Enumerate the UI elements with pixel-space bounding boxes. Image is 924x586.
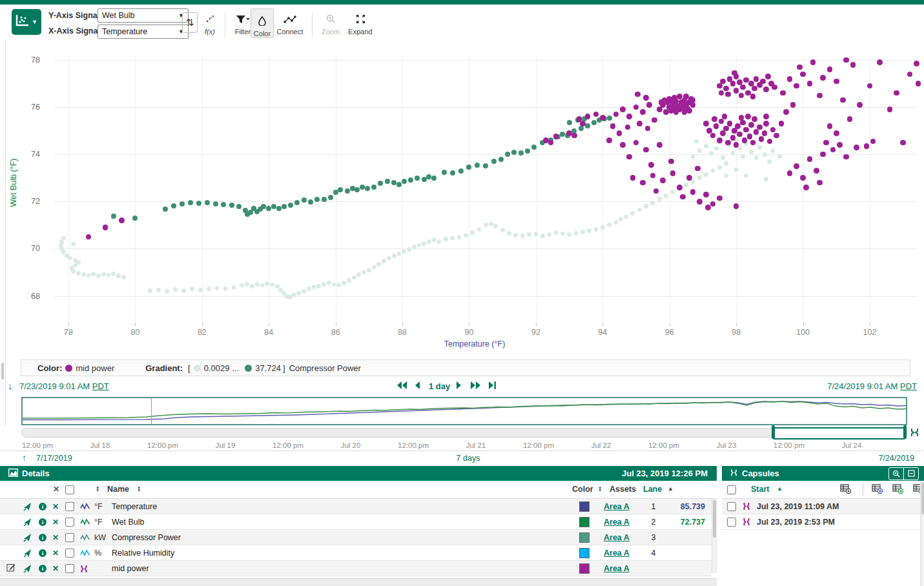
scatter-point[interactable] [640, 109, 646, 115]
scatter-point[interactable] [198, 288, 203, 292]
left-resize-gutter[interactable] [0, 40, 6, 426]
scatter-point[interactable] [717, 137, 723, 143]
capsules-scrollbar[interactable] [920, 481, 924, 586]
scatter-point[interactable] [580, 121, 586, 126]
scatter-point[interactable] [747, 134, 753, 139]
info-icon[interactable]: i [39, 503, 46, 510]
scatter-point[interactable] [757, 145, 762, 150]
scatter-point[interactable] [396, 182, 402, 187]
scatter-point[interactable] [507, 231, 511, 236]
scatter-point[interactable] [734, 88, 739, 94]
scatter-point[interactable] [803, 185, 809, 190]
scatter-point[interactable] [780, 90, 786, 96]
scatter-point[interactable] [645, 126, 651, 132]
scatter-point[interactable] [709, 151, 714, 156]
scatter-point[interactable] [215, 286, 220, 290]
range-end[interactable]: 7/24/2019 9:01 AM PDT [827, 381, 917, 391]
scatter-point[interactable] [843, 57, 849, 63]
scatter-point[interactable] [763, 86, 769, 92]
scatter-point[interactable] [288, 203, 293, 208]
expand-button[interactable]: Expand [346, 10, 375, 35]
rocket-icon[interactable] [23, 518, 32, 529]
scatter-point[interactable] [336, 283, 341, 288]
scatter-point[interactable] [735, 123, 741, 129]
scatter-point[interactable] [867, 83, 873, 89]
scatter-point[interactable] [260, 283, 265, 288]
scatter-point[interactable] [86, 234, 92, 240]
scatter-point[interactable] [600, 115, 606, 121]
scatter-point[interactable] [190, 287, 194, 291]
scatter-point[interactable] [877, 59, 883, 65]
scatter-point[interactable] [742, 137, 748, 143]
scatter-point[interactable] [571, 133, 577, 139]
capsules-zoom-button[interactable] [889, 468, 904, 480]
scatter-point[interactable] [677, 94, 683, 99]
selection-right-handle[interactable] [903, 425, 907, 439]
scatter-point[interactable] [767, 139, 773, 145]
scatter-point[interactable] [691, 154, 695, 159]
scatter-point[interactable] [777, 154, 782, 159]
scatter-point[interactable] [887, 106, 893, 112]
scatter-point[interactable] [415, 176, 420, 181]
scatter-point[interactable] [737, 132, 743, 137]
scatter-point[interactable] [427, 239, 431, 244]
scatter-point[interactable] [643, 95, 649, 101]
scatter-point[interactable] [668, 97, 674, 103]
scatter-point[interactable] [417, 243, 422, 248]
scatter-point[interactable] [554, 230, 559, 235]
scatter-point[interactable] [221, 202, 226, 207]
timebar-selection[interactable] [773, 427, 905, 440]
scatter-point[interactable] [483, 163, 488, 168]
scatter-point[interactable] [580, 230, 585, 234]
scatter-point[interactable] [752, 116, 757, 122]
scatter-point[interactable] [653, 188, 659, 194]
scatter-point[interactable] [830, 147, 836, 153]
sort-ascending-icon[interactable]: ▲ [777, 485, 783, 492]
scatter-point[interactable] [650, 201, 655, 205]
scatter-point[interactable] [307, 287, 311, 291]
column-lane[interactable]: Lane [643, 485, 662, 494]
scatter-point[interactable] [229, 203, 234, 208]
scatter-point[interactable] [748, 122, 754, 128]
scatter-point[interactable] [850, 62, 856, 68]
scatter-point[interactable] [619, 217, 623, 221]
scatter-point[interactable] [640, 180, 646, 186]
scatter-point[interactable] [626, 154, 632, 160]
scatter-point[interactable] [232, 285, 236, 290]
asset-link[interactable]: Area A [604, 533, 630, 542]
scatter-point[interactable] [810, 59, 816, 65]
scatter-point[interactable] [365, 186, 370, 191]
scatter-point[interactable] [620, 142, 626, 148]
scatter-point[interactable] [668, 159, 674, 165]
scatter-point[interactable] [87, 273, 91, 278]
scatter-point[interactable] [772, 85, 777, 90]
scatter-point[interactable] [362, 270, 366, 275]
scatter-point[interactable] [717, 165, 722, 170]
scatter-point[interactable] [500, 228, 505, 232]
rocket-icon[interactable] [23, 533, 32, 544]
asset-link[interactable]: Area A [604, 502, 630, 511]
scatter-point[interactable] [276, 206, 282, 211]
scatter-point[interactable] [314, 197, 320, 202]
scatter-point[interactable] [376, 262, 381, 267]
info-icon[interactable]: i [39, 549, 46, 557]
remove-icon[interactable]: ✕ [52, 533, 59, 542]
scatter-point[interactable] [800, 175, 806, 181]
scatter-point[interactable] [422, 241, 426, 246]
scatter-point[interactable] [731, 151, 735, 156]
scatter-point[interactable] [71, 269, 76, 274]
rocket-icon[interactable] [23, 564, 32, 575]
scatter-point[interactable] [620, 106, 626, 112]
gutter-handle[interactable] [1, 363, 4, 379]
scatter-point[interactable] [703, 121, 709, 126]
scatter-point[interactable] [76, 271, 81, 276]
scatter-point[interactable] [847, 116, 853, 122]
scatter-point[interactable] [432, 237, 436, 242]
column-color[interactable]: Color [572, 485, 593, 494]
scatter-point[interactable] [148, 288, 152, 293]
scatter-point[interactable] [560, 232, 565, 236]
color-swatch[interactable] [579, 517, 590, 527]
range-start[interactable]: 7/23/2019 9:01 AM PDT [19, 381, 109, 391]
scatter-point[interactable] [610, 123, 616, 129]
scatter-point[interactable] [345, 188, 350, 194]
